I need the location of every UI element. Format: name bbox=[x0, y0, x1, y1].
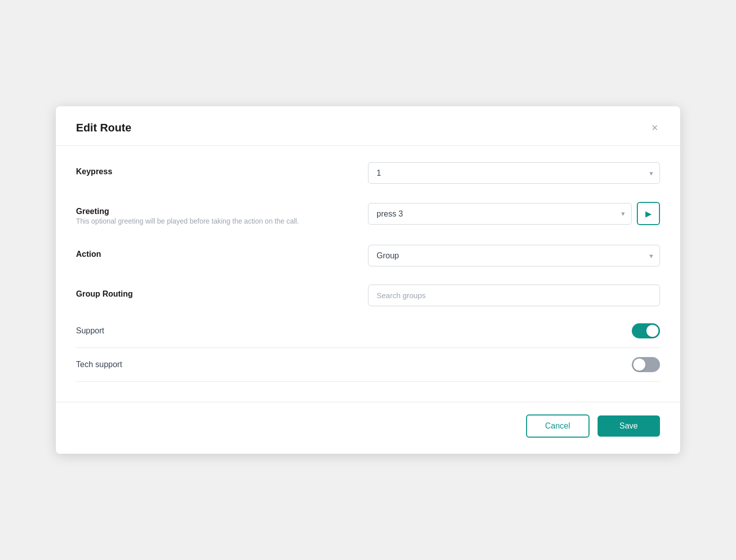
greeting-control-col: press 3 press 1 press 2 ▾ ▶ bbox=[368, 202, 660, 225]
greeting-label: Greeting bbox=[76, 207, 348, 216]
action-select[interactable]: Group Queue Extension Voicemail bbox=[368, 245, 660, 266]
modal-header: Edit Route × bbox=[56, 106, 680, 146]
group-routing-label: Group Routing bbox=[76, 290, 348, 299]
greeting-select-wrapper: press 3 press 1 press 2 ▾ bbox=[368, 203, 632, 225]
modal-body: Keypress 1 2 3 4 5 6 7 8 9 0 bbox=[56, 146, 680, 398]
toggle-tech-support-slider bbox=[632, 357, 660, 372]
keypress-select[interactable]: 1 2 3 4 5 6 7 8 9 0 bbox=[368, 162, 660, 184]
keypress-row: Keypress 1 2 3 4 5 6 7 8 9 0 bbox=[76, 162, 660, 184]
greeting-label-col: Greeting This optional greeting will be … bbox=[76, 202, 368, 227]
action-label: Action bbox=[76, 250, 348, 259]
modal-title: Edit Route bbox=[76, 121, 131, 134]
greeting-description: This optional greeting will be played be… bbox=[76, 217, 299, 225]
toggle-support[interactable] bbox=[632, 323, 660, 338]
play-icon: ▶ bbox=[645, 209, 651, 219]
toggle-tech-support-knob bbox=[633, 359, 645, 371]
close-button[interactable]: × bbox=[649, 120, 660, 135]
keypress-select-wrapper: 1 2 3 4 5 6 7 8 9 0 ▾ bbox=[368, 162, 660, 184]
group-routing-label-col: Group Routing bbox=[76, 285, 368, 299]
action-label-col: Action bbox=[76, 245, 368, 259]
greeting-select[interactable]: press 3 press 1 press 2 bbox=[368, 203, 632, 225]
action-control-col: Group Queue Extension Voicemail ▾ bbox=[368, 245, 660, 266]
action-select-wrapper: Group Queue Extension Voicemail ▾ bbox=[368, 245, 660, 266]
group-item-support: Support bbox=[76, 314, 660, 348]
greeting-row: Greeting This optional greeting will be … bbox=[76, 202, 660, 227]
cancel-button[interactable]: Cancel bbox=[526, 414, 590, 438]
group-item-tech-support: Tech support bbox=[76, 348, 660, 382]
keypress-label: Keypress bbox=[76, 167, 348, 176]
search-groups-input[interactable] bbox=[368, 285, 660, 306]
toggle-support-knob bbox=[646, 325, 658, 337]
keypress-label-col: Keypress bbox=[76, 162, 368, 176]
play-button[interactable]: ▶ bbox=[637, 202, 660, 225]
toggle-tech-support[interactable] bbox=[632, 357, 660, 372]
group-routing-row: Group Routing bbox=[76, 285, 660, 306]
modal-footer: Cancel Save bbox=[56, 402, 680, 454]
group-routing-control-col bbox=[368, 285, 660, 306]
toggle-support-slider bbox=[632, 323, 660, 338]
group-list: Support Tech support bbox=[76, 314, 660, 382]
save-button[interactable]: Save bbox=[598, 415, 660, 437]
keypress-control-col: 1 2 3 4 5 6 7 8 9 0 ▾ bbox=[368, 162, 660, 184]
group-name-support: Support bbox=[76, 326, 104, 335]
action-row: Action Group Queue Extension Voicemail ▾ bbox=[76, 245, 660, 266]
group-name-tech-support: Tech support bbox=[76, 360, 122, 369]
edit-route-modal: Edit Route × Keypress 1 2 3 4 5 6 7 bbox=[56, 106, 680, 454]
